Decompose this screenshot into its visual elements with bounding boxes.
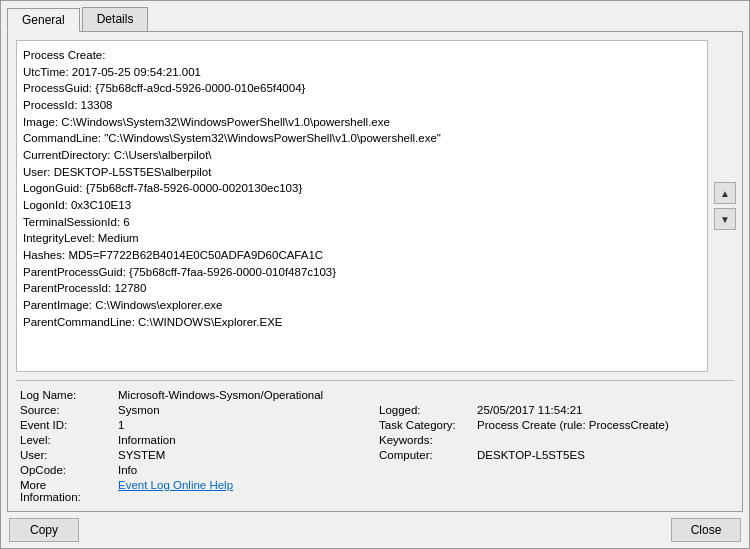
event-text-box: Process Create: UtcTime: 2017-05-25 09:5… <box>16 40 708 372</box>
user-value: SYSTEM <box>118 449 371 461</box>
keywords-label: Keywords: <box>379 434 469 446</box>
level-label: Level: <box>20 434 110 446</box>
logged-value: 25/05/2017 11:54:21 <box>477 404 730 416</box>
source-value: Sysmon <box>118 404 371 416</box>
level-value: Information <box>118 434 371 446</box>
main-panel: Process Create: UtcTime: 2017-05-25 09:5… <box>8 32 742 380</box>
scroll-up-button[interactable]: ▲ <box>714 182 736 204</box>
user-label: User: <box>20 449 110 461</box>
tab-details[interactable]: Details <box>82 7 149 31</box>
scroll-arrows: ▲ ▼ <box>708 32 742 380</box>
more-info-label: More Information: <box>20 479 110 503</box>
computer-value: DESKTOP-L5ST5ES <box>477 449 730 461</box>
computer-label: Computer: <box>379 449 469 461</box>
close-button[interactable]: Close <box>671 518 741 542</box>
copy-button[interactable]: Copy <box>9 518 79 542</box>
scroll-down-button[interactable]: ▼ <box>714 208 736 230</box>
logged-label: Logged: <box>379 404 469 416</box>
log-name-label: Log Name: <box>20 389 110 401</box>
content-area: Process Create: UtcTime: 2017-05-25 09:5… <box>7 31 743 512</box>
tab-bar: General Details <box>1 1 749 31</box>
event-log-online-help-link[interactable]: Event Log Online Help <box>118 479 730 503</box>
task-category-label: Task Category: <box>379 419 469 431</box>
tab-general[interactable]: General <box>7 8 80 32</box>
keywords-value <box>477 434 730 446</box>
task-category-value: Process Create (rule: ProcessCreate) <box>477 419 730 431</box>
log-details: Log Name: Microsoft-Windows-Sysmon/Opera… <box>8 381 742 511</box>
opcode-value: Info <box>118 464 730 476</box>
log-name-value: Microsoft-Windows-Sysmon/Operational <box>118 389 730 401</box>
event-id-value: 1 <box>118 419 371 431</box>
source-label: Source: <box>20 404 110 416</box>
opcode-label: OpCode: <box>20 464 110 476</box>
bottom-bar: Copy Close <box>1 512 749 548</box>
event-properties-window: General Details Process Create: UtcTime:… <box>0 0 750 549</box>
event-id-label: Event ID: <box>20 419 110 431</box>
